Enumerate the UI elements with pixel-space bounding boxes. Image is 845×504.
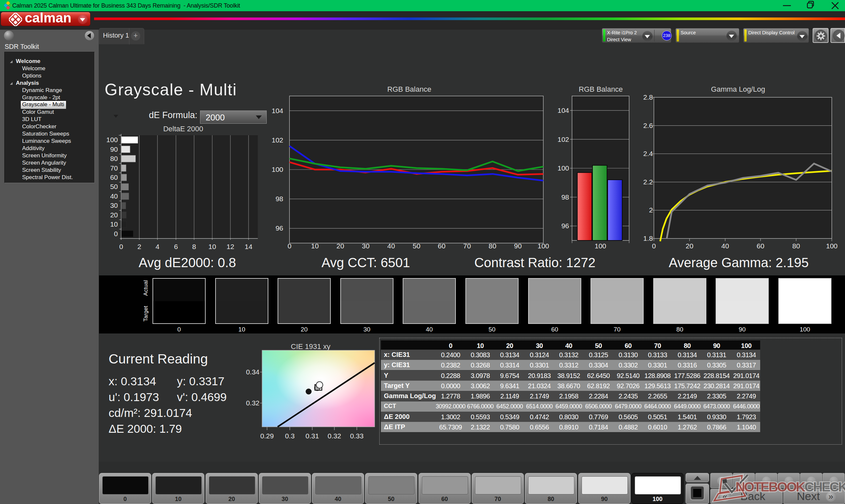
svg-text:70: 70 <box>110 164 118 172</box>
svg-text:80: 80 <box>489 242 496 250</box>
svg-text:0: 0 <box>119 243 123 250</box>
svg-text:104: 104 <box>272 107 283 114</box>
svg-text:104: 104 <box>558 107 569 114</box>
svg-text:96: 96 <box>276 224 283 232</box>
svg-text:0: 0 <box>287 242 292 250</box>
svg-text:20: 20 <box>336 242 344 250</box>
svg-text:0.31: 0.31 <box>306 432 319 440</box>
svg-text:0: 0 <box>652 242 656 250</box>
svg-text:90: 90 <box>110 145 118 153</box>
svg-text:96: 96 <box>561 222 569 230</box>
svg-text:80: 80 <box>792 242 800 250</box>
svg-text:100: 100 <box>558 164 569 172</box>
svg-text:50: 50 <box>412 242 420 250</box>
svg-text:100: 100 <box>826 242 838 250</box>
svg-text:6: 6 <box>174 243 178 250</box>
svg-text:NOTEBOOKCHECK: NOTEBOOKCHECK <box>735 479 845 494</box>
svg-text:10: 10 <box>110 220 118 228</box>
svg-text:20: 20 <box>686 242 693 250</box>
svg-text:4: 4 <box>156 243 159 250</box>
svg-text:12: 12 <box>226 243 234 250</box>
svg-text:100: 100 <box>106 136 118 143</box>
svg-text:0.33: 0.33 <box>350 432 364 440</box>
svg-text:60: 60 <box>438 242 445 250</box>
svg-text:30: 30 <box>110 201 118 209</box>
svg-text:60: 60 <box>757 242 764 250</box>
svg-text:100: 100 <box>595 242 606 250</box>
svg-text:0.34: 0.34 <box>246 368 260 376</box>
svg-text:40: 40 <box>110 192 118 200</box>
svg-text:0.32: 0.32 <box>328 432 341 440</box>
svg-text:10: 10 <box>208 243 216 250</box>
svg-text:60: 60 <box>110 174 118 181</box>
svg-text:2: 2 <box>137 243 141 250</box>
svg-text:40: 40 <box>721 242 729 250</box>
svg-text:2.2: 2.2 <box>643 178 653 186</box>
svg-text:2.6: 2.6 <box>643 122 653 129</box>
svg-text:102: 102 <box>272 136 283 144</box>
svg-text:50: 50 <box>110 183 118 190</box>
svg-text:100: 100 <box>538 242 549 250</box>
svg-text:98: 98 <box>276 195 283 202</box>
svg-text:1.8: 1.8 <box>643 235 653 242</box>
svg-text:2.8: 2.8 <box>643 93 653 101</box>
svg-text:20: 20 <box>110 211 118 219</box>
svg-text:80: 80 <box>110 155 118 162</box>
svg-text:2.4: 2.4 <box>643 150 653 157</box>
svg-text:90: 90 <box>514 242 522 250</box>
svg-text:102: 102 <box>558 136 569 143</box>
svg-text:14: 14 <box>245 243 252 250</box>
svg-text:30: 30 <box>362 242 369 250</box>
svg-text:10: 10 <box>311 242 318 250</box>
svg-text:8: 8 <box>192 243 196 250</box>
svg-text:0.32: 0.32 <box>246 399 260 407</box>
svg-text:40: 40 <box>387 242 395 250</box>
svg-text:2: 2 <box>649 206 653 214</box>
svg-text:0: 0 <box>114 230 118 237</box>
svg-text:0.29: 0.29 <box>261 432 274 440</box>
svg-text:98: 98 <box>561 193 569 201</box>
svg-text:0.3: 0.3 <box>285 432 295 440</box>
svg-text:100: 100 <box>272 166 283 173</box>
svg-text:70: 70 <box>463 242 471 250</box>
